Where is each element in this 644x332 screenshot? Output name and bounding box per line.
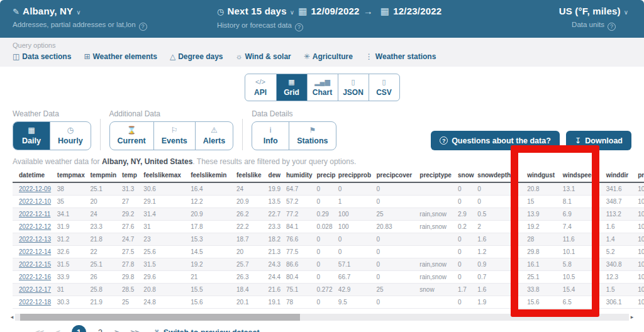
first-page-button[interactable]: << (35, 328, 43, 332)
cell-winddir: 1.5 (606, 284, 638, 296)
tab-api[interactable]: </>API (245, 74, 276, 101)
link-wind-solar[interactable]: ☼Wind & solar (236, 52, 291, 61)
cell-windgust: 20.8 (527, 182, 563, 196)
chart-icon: ▂▄▆ (310, 77, 335, 87)
cell-feelslike: 22.2 (236, 221, 269, 233)
cell-feelslikemax: 31.4 (143, 208, 191, 221)
switch-icon: ✂ (152, 329, 161, 332)
table-row: 2022-12-093825.131.330.616.42419.964.700… (13, 182, 644, 196)
link-agriculture[interactable]: ✳Agriculture (304, 52, 353, 61)
col-precip: precip (316, 168, 338, 182)
cell-humidity: 80.4 (286, 271, 317, 284)
help-icon[interactable]: ? (295, 23, 303, 31)
download-button[interactable]: ↧Download (566, 131, 631, 150)
cell-tempmax: 38 (57, 182, 91, 196)
current-button[interactable]: ⌛Current (110, 122, 153, 150)
cell-snow: 0 (458, 258, 477, 271)
datetime-link[interactable]: 2022-12-10 (19, 198, 51, 205)
link-degree-days[interactable]: △Degree days (170, 52, 223, 61)
events-button[interactable]: ⚐Events (153, 122, 195, 150)
daily-button[interactable]: ▦Daily (13, 122, 50, 150)
range-selector[interactable]: Next 15 days (228, 6, 287, 16)
location-selector[interactable]: ✎Albany, NY∨ (13, 6, 147, 16)
file-icon: ▯ (341, 77, 366, 87)
cell-feelslikemax: 29.1 (143, 196, 191, 208)
col-humidity: humidity (286, 168, 317, 182)
end-date[interactable]: 12/23/2022 (393, 6, 441, 16)
alerts-button[interactable]: ⚠Alerts (195, 122, 233, 150)
datetime-link[interactable]: 2022-12-14 (19, 248, 51, 255)
next-page-button[interactable]: > (114, 328, 119, 332)
datetime-link[interactable]: 2022-12-17 (19, 286, 51, 293)
cell-precipprob: 0 (338, 182, 377, 196)
col-temp: temp (122, 168, 143, 182)
link-data-sections[interactable]: ◫Data sections (13, 52, 71, 61)
help-icon[interactable]: ? (139, 23, 147, 31)
scrollbar-thumb[interactable] (20, 314, 300, 321)
cell-snow: 0.2 (458, 221, 477, 233)
col-pr: pr (638, 168, 644, 182)
switch-preview-link[interactable]: ✂ Switch to preview dataset (153, 328, 260, 332)
divider (100, 119, 101, 150)
cell-windgust: 28 (527, 233, 563, 246)
chevron-down-icon: ∨ (624, 9, 629, 16)
cell-precipcover: 0 (377, 271, 420, 284)
hourly-button[interactable]: ◷Hourly (50, 122, 91, 150)
cell-tempmax: 33.9 (57, 271, 91, 284)
page-1-button[interactable]: 1 (72, 325, 86, 332)
start-date[interactable]: 12/09/2022 (311, 6, 360, 16)
help-icon[interactable]: ? (608, 23, 616, 31)
datetime-link[interactable]: 2022-12-13 (19, 236, 51, 243)
arrow-right-icon: → (364, 6, 373, 16)
datetime-link[interactable]: 2022-12-16 (19, 274, 51, 280)
cell-feelslikemax: 20.8 (143, 284, 191, 296)
col-snowdepth: snowdepth (477, 168, 527, 182)
cell-dew: 19.1 (269, 296, 286, 309)
cell-temp: 27 (122, 196, 143, 208)
prev-page-button[interactable]: < (55, 328, 60, 332)
last-page-button[interactable]: >> (131, 328, 139, 332)
tab-csv[interactable]: ▯CSV (369, 74, 399, 101)
scroll-left-arrow[interactable]: ◂ (9, 314, 15, 320)
link-weather-elements[interactable]: ⊞Weather elements (84, 52, 157, 61)
cell-dew: 21.6 (269, 284, 286, 296)
datetime-link[interactable]: 2022-12-11 (19, 211, 50, 218)
tab-json[interactable]: ▯JSON (338, 74, 369, 101)
cell-temp: 27.6 (122, 221, 143, 233)
cell-feelslikemax: 25.6 (143, 246, 191, 258)
cell-datetime: 2022-12-09 (13, 182, 57, 196)
scroll-right-arrow[interactable]: ▸ (629, 314, 635, 320)
datetime-link[interactable]: 2022-12-18 (19, 299, 51, 306)
datetime-link[interactable]: 2022-12-12 (19, 223, 51, 230)
grid-icon: ▦ (279, 77, 304, 87)
cell-feelslike: 18.4 (236, 284, 269, 296)
page-2-button[interactable]: 2 (98, 328, 103, 332)
weather-table: datetimetempmaxtempmintempfeelslikemaxfe… (13, 168, 644, 309)
datetime-link[interactable]: 2022-12-15 (19, 261, 51, 268)
cell-tempmax: 30.3 (57, 296, 91, 309)
link-weather-stations[interactable]: ⋮Weather stations (365, 52, 436, 61)
pencil-icon: ✎ (13, 7, 19, 16)
scrollbar-track[interactable] (15, 314, 629, 321)
cell-windgust: 15.6 (527, 296, 563, 309)
cell-feelslikemin: 14.5 (191, 246, 236, 258)
questions-button[interactable]: ?Questions about the data? (431, 131, 560, 150)
info-button[interactable]: iInfo (252, 122, 289, 150)
cell-dew: 22.7 (269, 208, 286, 221)
cell-temp: 31.3 (122, 182, 143, 196)
cell-winddir: 348.7 (606, 196, 638, 208)
link-label: Weather stations (375, 52, 436, 61)
tab-chart[interactable]: ▂▄▆Chart (307, 74, 338, 101)
units-selector[interactable]: US (°F, miles)∨ (552, 6, 635, 16)
stations-button[interactable]: ⚑Stations (289, 122, 335, 150)
cell-tempmin: 25.8 (90, 284, 122, 296)
cell-temp: 28.5 (122, 284, 143, 296)
cell-snow: 1.7 (458, 284, 477, 296)
cell-pr: 10 (638, 246, 644, 258)
cell-humidity: 86.6 (286, 258, 317, 271)
cell-tempmin: 25.1 (90, 258, 122, 271)
cell-windgust: 29.8 (527, 246, 563, 258)
tab-grid[interactable]: ▦Grid (276, 74, 307, 101)
clock-icon: ◷ (217, 7, 225, 16)
datetime-link[interactable]: 2022-12-09 (19, 185, 51, 192)
